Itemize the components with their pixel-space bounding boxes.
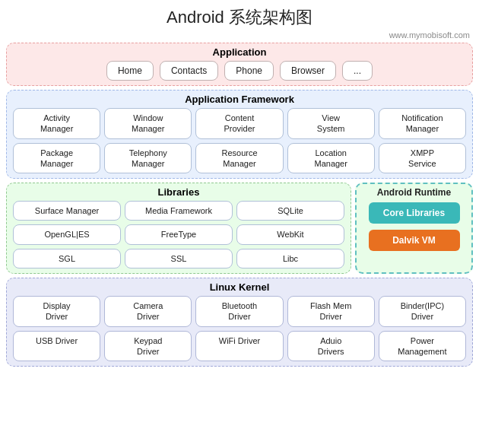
application-box: ... xyxy=(342,61,373,81)
library-box: SGL xyxy=(13,249,121,268)
kernel-box: Camera Driver xyxy=(104,296,192,327)
library-box: OpenGL|ES xyxy=(13,224,121,244)
framework-layer-title: Application Framework xyxy=(13,94,466,105)
framework-box: Package Manager xyxy=(13,143,100,174)
kernel-box: Binder(IPC) Driver xyxy=(379,296,466,327)
framework-box: XMPP Service xyxy=(379,143,466,174)
watermark: www.mymobisoft.com xyxy=(0,30,479,40)
dalvik-vm-button[interactable]: Dalvik VM xyxy=(369,230,460,251)
application-box: Phone xyxy=(224,61,274,81)
framework-box: Telephony Manager xyxy=(104,143,192,174)
application-layer: Application HomeContactsPhoneBrowser... xyxy=(6,43,473,86)
kernel-layer: Linux Kernel Display DriverCamera Driver… xyxy=(6,278,473,367)
runtime-layer-title: Android Runtime xyxy=(377,187,451,198)
library-box: WebKit xyxy=(236,224,344,244)
runtime-layer: Android Runtime Core Libraries Dalvik VM xyxy=(355,183,473,274)
application-box: Browser xyxy=(280,61,336,81)
core-libraries-button[interactable]: Core Libraries xyxy=(369,202,460,224)
library-box: SSL xyxy=(125,249,233,268)
framework-box: Window Manager xyxy=(104,108,192,139)
framework-box: Content Provider xyxy=(195,108,283,139)
framework-grid: Activity ManagerWindow ManagerContent Pr… xyxy=(13,108,466,173)
kernel-box: Flash Mem Driver xyxy=(287,296,375,327)
kernel-box: Display Driver xyxy=(13,296,100,327)
application-box: Contacts xyxy=(160,61,218,81)
framework-box: Activity Manager xyxy=(13,108,100,139)
library-box: Libc xyxy=(236,249,344,268)
middle-row: Libraries Surface ManagerMedia Framework… xyxy=(6,183,473,274)
framework-box: Notification Manager xyxy=(379,108,466,139)
framework-box: View System xyxy=(287,108,375,139)
library-box: Media Framework xyxy=(125,201,233,221)
kernel-box: WiFi Driver xyxy=(195,331,283,362)
application-box: Home xyxy=(106,61,154,81)
kernel-layer-title: Linux Kernel xyxy=(13,281,466,293)
library-box: Surface Manager xyxy=(13,201,121,221)
application-layer-title: Application xyxy=(13,46,466,58)
libraries-layer: Libraries Surface ManagerMedia Framework… xyxy=(6,183,351,274)
library-box: FreeType xyxy=(125,224,233,244)
kernel-box: Keypad Driver xyxy=(104,331,192,362)
framework-box: Location Manager xyxy=(287,143,375,174)
kernel-box: USB Driver xyxy=(13,331,100,362)
kernel-box: Power Management xyxy=(379,331,466,362)
libraries-grid: Surface ManagerMedia FrameworkSQLiteOpen… xyxy=(13,201,344,268)
application-boxes-row: HomeContactsPhoneBrowser... xyxy=(13,61,466,81)
kernel-box: Aduio Drivers xyxy=(287,331,375,362)
page-title: Android 系统架构图 xyxy=(0,0,479,30)
kernel-grid: Display DriverCamera DriverBluetooth Dri… xyxy=(13,296,466,361)
kernel-box: Bluetooth Driver xyxy=(195,296,283,327)
library-box: SQLite xyxy=(236,201,344,221)
libraries-layer-title: Libraries xyxy=(13,186,344,198)
framework-box: Resource Manager xyxy=(195,143,283,174)
framework-layer: Application Framework Activity ManagerWi… xyxy=(6,90,473,179)
